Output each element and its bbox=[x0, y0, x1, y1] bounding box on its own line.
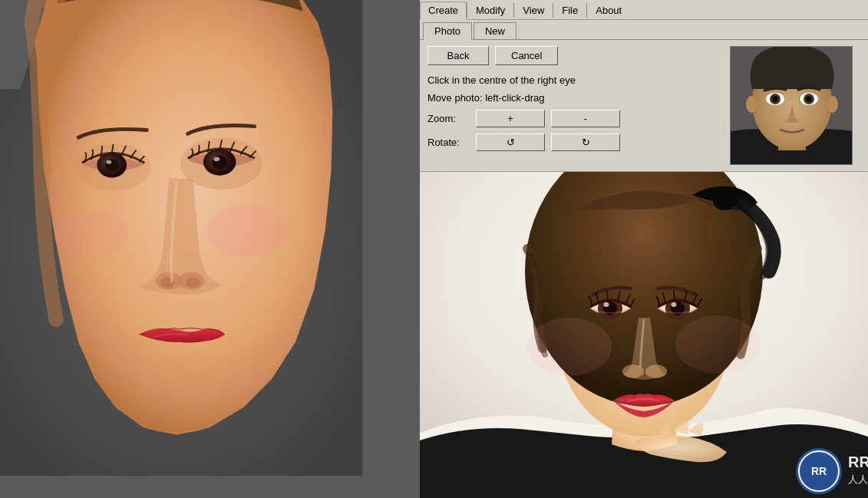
svg-text:RR: RR bbox=[811, 465, 827, 477]
cancel-button[interactable]: Cancel bbox=[495, 46, 558, 65]
menu-view[interactable]: View bbox=[514, 2, 553, 19]
svg-point-8 bbox=[106, 160, 111, 164]
rotate-ccw-button[interactable]: ↺ bbox=[476, 134, 545, 151]
tab-bar: Photo New bbox=[420, 20, 868, 40]
large-photo-area[interactable]: RR RRCG 人人素材 bbox=[420, 172, 868, 498]
svg-point-34 bbox=[604, 302, 609, 307]
svg-text:人人素材: 人人素材 bbox=[848, 473, 868, 485]
move-instruction-text: Move photo: left-click-drag bbox=[427, 92, 718, 104]
menu-create[interactable]: Create bbox=[420, 2, 467, 20]
zoom-row: Zoom: + - bbox=[427, 110, 718, 127]
svg-point-14 bbox=[54, 210, 128, 258]
man-face-svg bbox=[731, 47, 853, 165]
back-button[interactable]: Back bbox=[427, 46, 489, 65]
svg-point-40 bbox=[527, 318, 612, 376]
svg-point-27 bbox=[827, 96, 838, 113]
3d-face-render bbox=[0, 0, 368, 476]
svg-point-21 bbox=[772, 96, 778, 102]
menu-modify[interactable]: Modify bbox=[467, 2, 513, 19]
svg-point-26 bbox=[746, 96, 757, 113]
instruction-text: Click in the centre of the right eye bbox=[427, 74, 718, 86]
right-panel: Create Modify View File About Photo New … bbox=[420, 0, 868, 498]
3d-render-panel bbox=[0, 0, 420, 498]
svg-point-41 bbox=[675, 315, 760, 374]
zoom-minus-button[interactable]: - bbox=[551, 110, 620, 127]
svg-point-13 bbox=[206, 204, 289, 256]
svg-point-12 bbox=[186, 277, 200, 288]
svg-point-37 bbox=[672, 302, 677, 307]
menu-bar: Create Modify View File About bbox=[420, 0, 868, 20]
svg-point-4 bbox=[213, 157, 219, 161]
woman-portrait-svg: RR RRCG 人人素材 bbox=[420, 172, 868, 498]
photo-column bbox=[730, 46, 860, 165]
svg-point-31 bbox=[713, 192, 736, 210]
rotate-cw-button[interactable]: ↻ bbox=[551, 134, 620, 151]
menu-file[interactable]: File bbox=[553, 2, 586, 19]
tab-photo[interactable]: Photo bbox=[423, 22, 472, 40]
button-row: Back Cancel bbox=[427, 46, 718, 65]
zoom-plus-button[interactable]: + bbox=[476, 110, 545, 127]
photo-thumbnail[interactable] bbox=[730, 46, 853, 165]
controls-column: Back Cancel Click in the centre of the r… bbox=[427, 46, 718, 165]
rotate-label: Rotate: bbox=[427, 137, 470, 148]
svg-text:RRCG: RRCG bbox=[848, 453, 868, 470]
rotate-row: Rotate: ↺ ↻ bbox=[427, 134, 718, 151]
tab-new[interactable]: New bbox=[474, 22, 517, 39]
top-controls-section: Back Cancel Click in the centre of the r… bbox=[420, 40, 868, 172]
svg-point-3 bbox=[213, 155, 227, 168]
svg-point-39 bbox=[645, 364, 667, 378]
menu-about[interactable]: About bbox=[587, 2, 630, 19]
zoom-label: Zoom: bbox=[427, 113, 470, 124]
svg-point-25 bbox=[806, 96, 812, 102]
